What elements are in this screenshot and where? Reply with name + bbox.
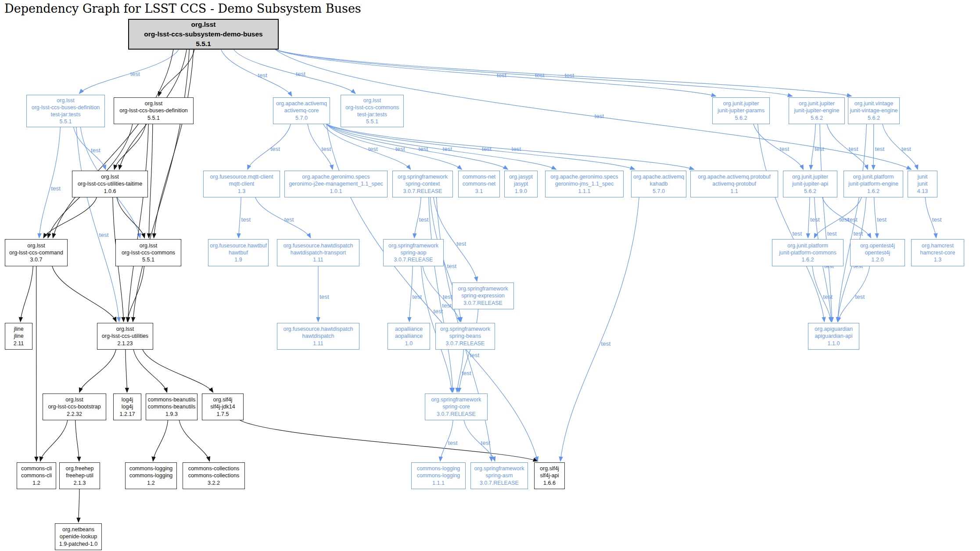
node-label-line: org-lsst-ccs-buses-definition xyxy=(32,104,100,111)
node-label-line: org.springframework xyxy=(474,465,524,472)
node-label-line: org.fusesource.hawtdispatch xyxy=(283,326,353,333)
node-label-line: org.junit.vintage xyxy=(854,100,893,107)
edge-utilities-log4j xyxy=(126,350,127,392)
edge-scope-label: test xyxy=(462,370,471,376)
node-label-line: junit-platform-engine xyxy=(848,180,898,187)
node-platform_engine[interactable]: org.junit.platformjunit-platform-engine1… xyxy=(844,171,903,197)
node-jupiter_api[interactable]: org.junit.jupiterjunit-jupiter-api5.6.2 xyxy=(783,171,837,197)
node-label-line: org-lsst-ccs-commons xyxy=(122,249,175,256)
node-label-line: hawtdispatch-transport xyxy=(291,249,346,256)
node-commons_tests[interactable]: org.lsstorg-lsst-ccs-commonstest-jar:tes… xyxy=(341,95,404,127)
node-vintage_engine[interactable]: org.junit.vintagejunit-vintage-engine5.6… xyxy=(848,97,900,124)
node-beanutils[interactable]: commons-beanutilscommons-beanutils1.9.3 xyxy=(146,394,197,420)
edge-scope-label: test xyxy=(321,146,331,152)
edge-jupiter_api-platform_commons xyxy=(808,197,810,238)
node-commons_collections[interactable]: commons-collectionscommons-collections3.… xyxy=(183,462,245,489)
node-label-line: 5.5.1 xyxy=(142,256,154,263)
node-label-line: org.opentest4j xyxy=(860,242,895,249)
edge-utilities-slf4j_jdk14 xyxy=(143,350,213,392)
node-jasypt[interactable]: org.jasyptjasypt1.9.0 xyxy=(504,171,538,197)
edge-scope-label: test xyxy=(284,216,294,223)
edge-scope-label: test xyxy=(51,185,61,192)
edge-mqtt_client-hawtbuf xyxy=(239,197,241,238)
node-root[interactable]: org.lsstorg-lsst-ccs-subsystem-demo-buse… xyxy=(128,19,279,50)
node-hawtdispatch[interactable]: org.fusesource.hawtdispatchhawtdispatch1… xyxy=(277,323,359,350)
edge-scope-label: test xyxy=(270,146,280,152)
node-commons_cli[interactable]: commons-clicommons-cli1.2 xyxy=(17,462,56,489)
node-slf4j_api[interactable]: org.slf4jslf4j-api1.6.6 xyxy=(534,462,565,489)
node-bd_tests[interactable]: org.lsstorg-lsst-ccs-buses-definitiontes… xyxy=(26,95,105,127)
node-spring_core[interactable]: org.springframeworkspring-core3.0.7.RELE… xyxy=(425,394,488,420)
node-junit[interactable]: junitjunit4.13 xyxy=(908,171,937,197)
node-log4j[interactable]: log4jlog4j1.2.17 xyxy=(113,394,141,420)
node-spring_asm[interactable]: org.springframeworkspring-asm3.0.7.RELEA… xyxy=(470,462,528,489)
edge-scope-label: test xyxy=(565,72,574,79)
node-label-line: org.apache.activemq xyxy=(276,100,327,107)
node-spring_expression[interactable]: org.springframeworkspring-expression3.0.… xyxy=(452,283,514,309)
node-commons_net[interactable]: commons-netcommons-net3.1 xyxy=(458,171,500,197)
node-hamcrest[interactable]: org.hamcresthamcrest-core1.3 xyxy=(911,239,964,266)
edge-root-commons_tests xyxy=(234,50,355,93)
node-label-line: org.springframework xyxy=(458,285,508,292)
node-activemq_core[interactable]: org.apache.activemqactivemq-core5.7.0 xyxy=(273,97,330,124)
node-label-line: org.lsst xyxy=(363,97,381,104)
node-label-line: opentest4j xyxy=(865,249,890,256)
node-kahadb[interactable]: org.apache.activemqkahadb5.7.0 xyxy=(631,171,686,197)
node-label-line: org.junit.platform xyxy=(853,173,894,180)
node-label-line: spring-asm xyxy=(486,472,513,479)
node-mqtt_client[interactable]: org.fusesource.mqtt-clientmqtt-client1.3 xyxy=(203,171,280,197)
node-geronimo_j2ee[interactable]: org.apache.geronimo.specsgeronimo-j2ee-m… xyxy=(284,171,388,197)
edge-scope-label: test xyxy=(827,230,837,237)
node-commons_logging12[interactable]: commons-loggingcommons-logging1.2 xyxy=(125,462,177,489)
node-opentest4j[interactable]: org.opentest4jopentest4j1.2.0 xyxy=(850,239,905,266)
edge-scope-label: test xyxy=(91,147,101,154)
node-label-line: 1.6.6 xyxy=(543,479,556,487)
node-label-line: commons-cli xyxy=(21,472,52,479)
node-aopalliance[interactable]: aopallianceaopalliance1.0 xyxy=(388,323,430,350)
node-label-line: 5.5.1 xyxy=(60,118,72,125)
node-label-line: 5.5.1 xyxy=(147,114,160,122)
node-label-line: org.springframework xyxy=(440,326,490,333)
edge-scope-label: test xyxy=(595,113,604,119)
node-label-line: geronimo-j2ee-management_1.1_spec xyxy=(289,180,383,187)
node-spring_aop[interactable]: org.springframeworkspring-aop3.0.7.RELEA… xyxy=(383,239,444,266)
node-hawt_transport[interactable]: org.fusesource.hawtdispatchhawtdispatch-… xyxy=(277,239,359,266)
node-geronimo_jms[interactable]: org.apache.geronimo.specsgeronimo-jms_1.… xyxy=(545,171,624,197)
node-label-line: org.springframework xyxy=(431,396,481,403)
node-spring_beans[interactable]: org.springframeworkspring-beans3.0.7.REL… xyxy=(435,323,495,350)
node-openide[interactable]: org.netbeansopenide-lookup1.9-patched-1.… xyxy=(55,523,102,550)
node-label-line: org-lsst-ccs-command xyxy=(9,249,63,256)
node-label-line: commons-logging xyxy=(417,465,460,472)
node-label-line: aopalliance xyxy=(395,333,423,340)
node-taitime[interactable]: org.lsstorg-lsst-ccs-utilities-taitime1.… xyxy=(72,171,148,197)
node-jupiter_params[interactable]: org.junit.jupiterjunit-jupiter-params5.6… xyxy=(712,97,770,124)
node-platform_commons[interactable]: org.junit.platformjunit-platform-commons… xyxy=(772,239,844,266)
node-label-line: 1.6.2 xyxy=(867,188,879,195)
node-jupiter_engine[interactable]: org.junit.jupiterjunit-jupiter-engine5.6… xyxy=(789,97,845,124)
node-label-line: 1.6.2 xyxy=(802,256,814,263)
node-label-line: 2.1.23 xyxy=(118,340,133,347)
node-jline[interactable]: jlinejline2.11 xyxy=(5,323,32,350)
edge-spring_expression-spring_core xyxy=(459,309,478,392)
edge-bootstrap-commons_cli xyxy=(40,420,68,461)
node-command[interactable]: org.lsstorg-lsst-ccs-command3.0.7 xyxy=(5,239,68,266)
edge-scope-label: test xyxy=(810,216,820,223)
edge-scope-label: test xyxy=(258,72,267,79)
node-apiguardian[interactable]: org.apiguardianapiguardian-api1.1.0 xyxy=(808,323,859,350)
node-spring_context[interactable]: org.springframeworkspring-context3.0.7.R… xyxy=(392,171,453,197)
edge-scope-label: test xyxy=(447,263,456,269)
node-protobuf[interactable]: org.apache.activemq.protobufactivemq-pro… xyxy=(690,171,778,197)
edge-opentest4j-apiguardian xyxy=(838,266,870,322)
node-ccs_commons[interactable]: org.lsstorg-lsst-ccs-commons5.5.1 xyxy=(115,239,181,266)
node-bd[interactable]: org.lsstorg-lsst-ccs-buses-definition5.5… xyxy=(114,97,194,124)
node-bootstrap[interactable]: org.lsstorg-lsst-ccs-bootstrap2.2.32 xyxy=(43,394,106,420)
node-commons_logging111[interactable]: commons-loggingcommons-logging1.1.1 xyxy=(411,462,466,489)
node-label-line: freehep-util xyxy=(66,472,93,479)
node-label-line: junit-jupiter-api xyxy=(792,180,828,187)
node-hawtbuf[interactable]: org.fusesource.hawtbufhawtbuf1.9 xyxy=(208,239,269,266)
node-freehep[interactable]: org.freehepfreehep-util2.1.3 xyxy=(59,462,100,489)
node-slf4j_jdk14[interactable]: org.slf4jslf4j-jdk141.7.5 xyxy=(202,394,244,420)
node-utilities[interactable]: org.lsstorg-lsst-ccs-utilities2.1.23 xyxy=(97,323,153,350)
node-label-line: org.apache.activemq xyxy=(633,173,684,180)
edge-jupiter_engine-platform_engine xyxy=(827,124,868,169)
